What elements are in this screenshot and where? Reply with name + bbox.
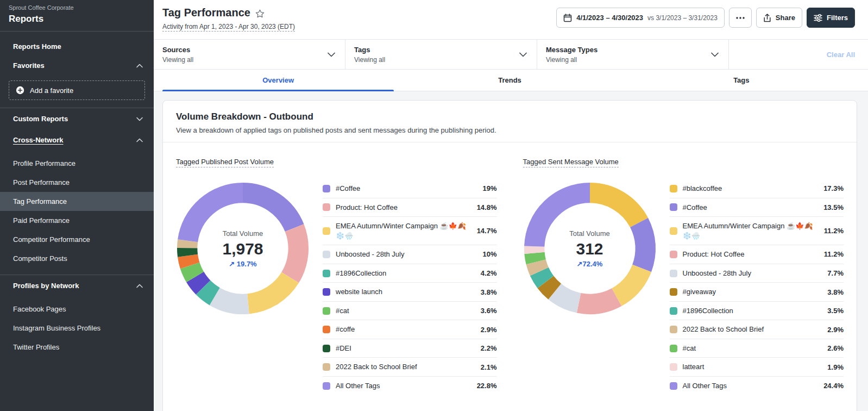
legend-percent: 13.5%	[823, 203, 844, 211]
chevron-up-icon	[136, 136, 143, 144]
legend-label: EMEA Autumn/Winter Campaign ☕🍁🍂❄️🌧️	[336, 221, 471, 240]
legend-swatch	[323, 345, 330, 352]
sidebar-section-favorites[interactable]: Favorites	[0, 56, 154, 75]
legend-swatch	[670, 307, 677, 315]
filter-value: Viewing all	[546, 56, 597, 64]
legend-label: Product: Hot Coffee	[683, 250, 819, 259]
legend-label: #Coffee	[336, 184, 477, 194]
more-options-button[interactable]	[729, 8, 752, 28]
filter-sources-dropdown[interactable]: Sources Viewing all	[154, 40, 345, 69]
legend-swatch	[670, 345, 677, 352]
sliders-icon	[814, 14, 822, 22]
filter-label: Tags	[354, 46, 385, 54]
tab-overview[interactable]: Overview	[162, 70, 394, 91]
sidebar-section-custom-reports[interactable]: Custom Reports	[0, 108, 154, 129]
legend-percent: 7.7%	[827, 269, 844, 277]
legend-percent: 14.7%	[477, 227, 497, 235]
donut-chart: Total Volume 312 ↗72.4%	[523, 182, 657, 315]
donut-center: Total Volume 1,978 ↗ 19.7%	[176, 182, 310, 315]
sidebar-item-instagram-business-profiles[interactable]: Instagram Business Profiles	[0, 319, 154, 338]
legend-swatch	[670, 382, 677, 390]
sidebar-item-profile-performance[interactable]: Profile Performance	[0, 154, 154, 173]
ellipsis-icon	[736, 17, 745, 19]
add-favorite-label: Add a favorite	[30, 86, 73, 95]
legend-label: #1896Collection	[336, 269, 475, 278]
sidebar-section-profiles-by-network[interactable]: Profiles by Network	[0, 275, 154, 296]
legend-percent: 2.9%	[827, 326, 844, 334]
cross-network-label: Cross-Network	[13, 136, 63, 144]
sidebar-item-paid-performance[interactable]: Paid Performance	[0, 211, 154, 230]
legend-swatch	[323, 270, 330, 277]
app-root: Sprout Coffee Corporate Reports Reports …	[0, 0, 868, 411]
clear-all-button[interactable]: Clear All	[729, 40, 868, 69]
total-volume-value: 312	[576, 240, 603, 258]
main-area: Tag Performance Activity from Apr 1, 202…	[154, 0, 868, 411]
chart-title: Tagged Published Post Volume	[176, 158, 274, 167]
sidebar-item-twitter-profiles[interactable]: Twitter Profiles	[0, 338, 154, 357]
filters-button[interactable]: Filters	[807, 8, 855, 28]
filter-value: Viewing all	[162, 56, 193, 64]
sidebar-title: Reports	[9, 14, 145, 24]
filter-tags-dropdown[interactable]: Tags Viewing all	[345, 40, 537, 69]
chart-legend: #blackcoffee17.3%#Coffee13.5%EMEA Autumn…	[670, 179, 844, 395]
legend-label: #1896Collection	[683, 306, 822, 316]
share-button[interactable]: Share	[756, 8, 802, 28]
cross-network-nav: Profile Performance Post Performance Tag…	[0, 154, 154, 268]
legend-swatch	[323, 251, 330, 258]
legend-label: All Other Tags	[336, 381, 471, 391]
legend-swatch	[670, 251, 677, 258]
legend-label: #giveaway	[683, 287, 822, 297]
legend-percent: 1.9%	[827, 363, 844, 371]
sidebar-item-competitor-posts[interactable]: Competitor Posts	[0, 249, 154, 268]
legend-row: Unboosted - 28th July7.7%	[670, 264, 844, 283]
legend-row: #Coffee13.5%	[670, 198, 844, 217]
sidebar-item-facebook-pages[interactable]: Facebook Pages	[0, 300, 154, 319]
card-description: View a breakdown of applied tags on publ…	[176, 126, 844, 134]
legend-percent: 3.8%	[481, 288, 497, 296]
date-range-button[interactable]: 4/1/2023 – 4/30/2023 vs 3/1/2023 – 3/31/…	[556, 8, 725, 28]
filter-message-types-dropdown[interactable]: Message Types Viewing all	[537, 40, 729, 69]
card-title: Volume Breakdown - Outbound	[176, 111, 844, 122]
legend-swatch	[670, 363, 677, 371]
calendar-icon	[563, 14, 572, 22]
share-label: Share	[776, 14, 795, 22]
sidebar-item-tag-performance[interactable]: Tag Performance	[0, 192, 154, 211]
total-volume-label: Total Volume	[569, 229, 609, 238]
profiles-by-network-label: Profiles by Network	[13, 282, 79, 290]
sidebar-section-cross-network[interactable]: Cross-Network	[0, 129, 154, 151]
date-compare-value: vs 3/1/2023 – 3/31/2023	[647, 14, 718, 22]
legend-swatch	[670, 288, 677, 296]
legend-label: Unboosted - 28th July	[683, 269, 822, 278]
legend-row: latteart1.9%	[670, 358, 844, 377]
sidebar-item-post-performance[interactable]: Post Performance	[0, 173, 154, 192]
add-favorite-button[interactable]: Add a favorite	[9, 80, 145, 100]
volume-breakdown-card: Volume Breakdown - Outbound View a break…	[162, 100, 857, 411]
legend-percent: 10%	[482, 250, 496, 258]
legend-swatch	[670, 203, 677, 211]
legend-swatch	[670, 326, 677, 333]
legend-row: #coffe2.9%	[323, 320, 497, 339]
legend-label: #blackcoffee	[683, 184, 819, 194]
sidebar-item-reports-home[interactable]: Reports Home	[0, 37, 154, 56]
legend-percent: 24.4%	[823, 382, 844, 390]
star-icon[interactable]	[255, 9, 265, 18]
custom-reports-label: Custom Reports	[13, 115, 68, 123]
legend-swatch	[670, 270, 677, 277]
legend-label: #coffe	[336, 325, 475, 334]
legend-swatch	[323, 363, 330, 371]
legend-label: #DEI	[336, 344, 475, 353]
sidebar-item-competitor-performance[interactable]: Competitor Performance	[0, 230, 154, 249]
legend-percent: 2.1%	[481, 363, 497, 371]
legend-percent: 19%	[482, 184, 496, 192]
chevron-down-icon	[328, 49, 335, 59]
legend-row: #1896Collection3.5%	[670, 302, 844, 321]
legend-label: #Coffee	[683, 203, 819, 213]
legend-row: #1896Collection4.2%	[323, 264, 497, 283]
tab-tags[interactable]: Tags	[626, 70, 857, 91]
sidebar-header: Sprout Coffee Corporate Reports	[0, 0, 154, 32]
legend-label: 2022 Back to School Brief	[336, 362, 475, 372]
tab-trends[interactable]: Trends	[394, 70, 625, 91]
chart-published-post-volume: Tagged Published Post Volume Total Volum…	[176, 157, 497, 395]
chevron-down-icon	[519, 49, 527, 59]
legend-percent: 17.3%	[823, 184, 844, 192]
